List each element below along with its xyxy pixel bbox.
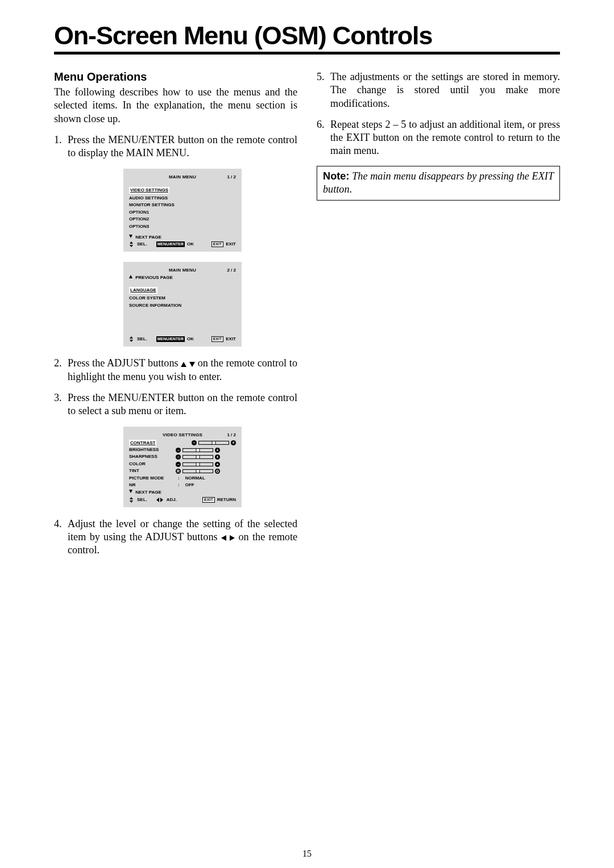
next-page[interactable]: NEXT PAGE [129, 235, 236, 240]
return-label: RETURN [217, 497, 236, 503]
previous-page[interactable]: PREVIOUS PAGE [129, 275, 236, 281]
note-box: Note: The main menu disappears by pressi… [317, 166, 560, 201]
page-number: 15 [0, 849, 614, 859]
r-icon: R [176, 469, 181, 474]
plus-icon: + [231, 440, 236, 445]
menu-item-source-info[interactable]: SOURCE INFORMATION [129, 302, 236, 309]
exit-badge: EXIT [211, 241, 224, 247]
updown-icon [129, 241, 134, 247]
plus-icon: + [215, 448, 220, 453]
intro-text: The following describes how to use the m… [54, 86, 297, 126]
menu-item-option2[interactable]: OPTION2 [129, 216, 236, 223]
left-column: Menu Operations The following describes … [54, 70, 297, 565]
osm-video-settings: 1 / 2 VIDEO SETTINGS CONTRAST − + BRIGHT… [123, 427, 242, 507]
menu-item-option3[interactable]: OPTION3 [129, 223, 236, 230]
slider[interactable] [182, 455, 213, 459]
label-tint: TINT [129, 468, 176, 474]
label-contrast: CONTRAST [129, 440, 156, 446]
minus-icon: − [192, 440, 197, 445]
row-brightness[interactable]: BRIGHTNESS − + [129, 446, 236, 453]
step-6-text: Repeat steps 2 – 5 to adjust an addition… [330, 119, 560, 157]
right-column: 5. The adjustments or the settings are s… [317, 70, 560, 565]
menu-item-video[interactable]: VIDEO SETTINGS [129, 187, 169, 194]
sel-label: SEL. [137, 241, 147, 247]
sel-label: SEL. [137, 497, 147, 503]
g-icon: G [215, 469, 220, 474]
step-3-text: Press the MENU/ENTER button on the remot… [68, 392, 297, 416]
row-picture-mode[interactable]: PICTURE MODE : NORMAL [129, 475, 236, 482]
exit-badge: EXIT [211, 336, 224, 342]
plus-icon: + [215, 454, 220, 460]
sel-label: SEL. [137, 336, 147, 342]
page-title: On-Screen Menu (OSM) Controls [54, 23, 560, 55]
exit-badge: EXIT [202, 497, 215, 503]
row-tint[interactable]: TINT R G [129, 468, 236, 474]
row-nr[interactable]: NR : OFF [129, 482, 236, 489]
slider[interactable] [182, 462, 213, 466]
menu-item-language[interactable]: LANGUAGE [129, 287, 157, 294]
menuenter-badge: MENU/ENTER [156, 241, 185, 247]
ok-label: OK [187, 336, 194, 342]
minus-icon: − [176, 454, 181, 460]
updown-icon [129, 497, 134, 503]
step-2-text-pre: Press the ADJUST buttons [68, 357, 181, 369]
plus-icon: + [215, 462, 220, 467]
screen-page: 1 / 2 [227, 174, 236, 180]
value-nr: OFF [185, 482, 194, 489]
label-brightness: BRIGHTNESS [129, 446, 176, 453]
label-sharpness: SHARPNESS [129, 453, 176, 460]
osm-main-menu-2: 2 / 2 MAIN MENU PREVIOUS PAGE LANGUAGE C… [123, 262, 242, 347]
step-4: 4. Adjust the level or change the settin… [54, 518, 297, 557]
right-triangle-icon [230, 535, 235, 541]
row-color[interactable]: COLOR − + [129, 461, 236, 468]
label-color: COLOR [129, 461, 176, 468]
left-triangle-icon [221, 535, 226, 541]
menu-item-audio[interactable]: AUDIO SETTINGS [129, 195, 236, 202]
step-5-text: The adjustments or the settings are stor… [330, 71, 560, 109]
down-arrow-icon [129, 490, 132, 493]
down-arrow-icon [129, 235, 132, 238]
note-text: The main menu disappears by pressing the… [323, 170, 554, 195]
note-label: Note: [323, 170, 349, 182]
step-3: 3. Press the MENU/ENTER button on the re… [54, 391, 297, 507]
minus-icon: − [176, 448, 181, 453]
minus-icon: − [176, 462, 181, 467]
menu-item-color-system[interactable]: COLOR SYSTEM [129, 295, 236, 302]
menuenter-badge: MENU/ENTER [156, 336, 185, 342]
step-1: 1. Press the MENU/ENTER button on the re… [54, 133, 297, 347]
down-triangle-icon [189, 362, 195, 367]
exit-label: EXIT [226, 241, 236, 247]
screen-page: 2 / 2 [227, 268, 236, 273]
previous-page-label: PREVIOUS PAGE [135, 275, 173, 280]
menu-item-monitor[interactable]: MONITOR SETTINGS [129, 202, 236, 208]
updown-icon [129, 336, 134, 342]
step-6: 6. Repeat steps 2 – 5 to adjust an addit… [317, 118, 560, 158]
next-page-label: NEXT PAGE [135, 490, 161, 495]
row-sharpness[interactable]: SHARPNESS − + [129, 453, 236, 460]
slider[interactable] [182, 448, 213, 452]
label-nr: NR [129, 482, 176, 489]
up-arrow-icon [129, 275, 132, 278]
step-2: 2. Press the ADJUST buttons on the remot… [54, 357, 297, 383]
leftright-icon [156, 498, 163, 502]
screen-title: MAIN MENU [129, 268, 236, 273]
slider[interactable] [182, 469, 213, 473]
adj-label: ADJ. [167, 497, 177, 503]
exit-label: EXIT [226, 336, 236, 342]
value-picture-mode: NORMAL [185, 475, 205, 482]
screen-title: VIDEO SETTINGS [129, 432, 236, 438]
ok-label: OK [187, 241, 194, 247]
note-period: . [349, 183, 352, 195]
step-5: 5. The adjustments or the settings are s… [317, 70, 560, 110]
up-triangle-icon [181, 362, 186, 367]
next-page[interactable]: NEXT PAGE [129, 490, 236, 495]
osm-main-menu-1: 1 / 2 MAIN MENU VIDEO SETTINGS AUDIO SET… [123, 169, 242, 252]
screen-title: MAIN MENU [129, 174, 236, 180]
slider[interactable] [198, 441, 229, 445]
menu-item-option1[interactable]: OPTION1 [129, 209, 236, 216]
screen-page: 1 / 2 [227, 432, 236, 438]
next-page-label: NEXT PAGE [135, 235, 161, 240]
row-contrast[interactable]: CONTRAST − + [129, 440, 236, 446]
label-picture-mode: PICTURE MODE [129, 475, 176, 482]
section-heading: Menu Operations [54, 70, 297, 84]
